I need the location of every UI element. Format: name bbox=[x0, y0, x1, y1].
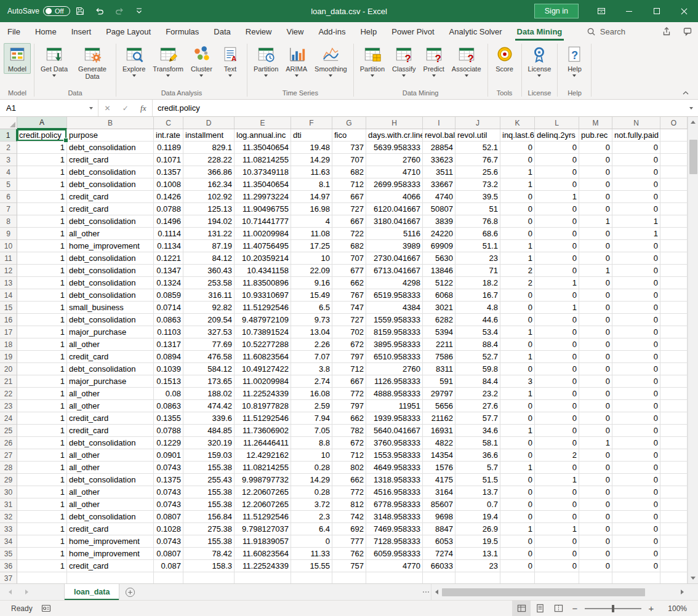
cell-o20[interactable] bbox=[660, 363, 688, 375]
cell-b13[interactable]: debt_consolidation bbox=[67, 277, 154, 289]
row-header-35[interactable]: 35 bbox=[0, 548, 17, 560]
cell-a31[interactable]: 1 bbox=[17, 498, 67, 511]
cell-g32[interactable]: 742 bbox=[332, 511, 366, 523]
cell-e8[interactable]: 10.71441777 bbox=[235, 215, 291, 228]
autosave-toggle[interactable]: AutoSave Off bbox=[7, 6, 70, 16]
cell-c36[interactable]: 0.087 bbox=[154, 560, 183, 572]
cell-a32[interactable]: 1 bbox=[17, 511, 67, 523]
cell-c1[interactable]: int.rate bbox=[154, 129, 183, 142]
cell-c5[interactable]: 0.1008 bbox=[154, 178, 183, 191]
cell-g2[interactable]: 737 bbox=[332, 142, 366, 154]
cell-d15[interactable]: 92.82 bbox=[183, 302, 235, 314]
cell-k36[interactable]: 0 bbox=[500, 560, 535, 572]
cell-k32[interactable]: 0 bbox=[500, 511, 535, 523]
cell-f21[interactable]: 2.74 bbox=[291, 375, 332, 388]
cell-c34[interactable]: 0.0743 bbox=[154, 535, 183, 548]
cell-l33[interactable]: 1 bbox=[535, 523, 579, 535]
cell-k15[interactable]: 0 bbox=[500, 302, 535, 314]
cell-g8[interactable]: 667 bbox=[332, 215, 366, 228]
cell-o31[interactable] bbox=[660, 498, 688, 511]
row-header-10[interactable]: 10 bbox=[0, 240, 17, 252]
cell-i2[interactable]: 28854 bbox=[423, 142, 455, 154]
cell-e2[interactable]: 11.35040654 bbox=[235, 142, 291, 154]
cell-k9[interactable]: 0 bbox=[500, 228, 535, 240]
cell-i26[interactable]: 4822 bbox=[423, 437, 455, 449]
cell-i21[interactable]: 591 bbox=[423, 375, 455, 388]
cell-n3[interactable]: 0 bbox=[612, 154, 660, 166]
cell-c14[interactable]: 0.0859 bbox=[154, 289, 183, 302]
cell-k26[interactable]: 0 bbox=[500, 437, 535, 449]
cell-a13[interactable]: 1 bbox=[17, 277, 67, 289]
cell-j4[interactable]: 25.6 bbox=[455, 166, 500, 178]
ribbon-button-associate[interactable]: ?Associate bbox=[449, 43, 484, 78]
cell-c6[interactable]: 0.1426 bbox=[154, 191, 183, 203]
cell-e24[interactable]: 11.51292546 bbox=[235, 412, 291, 425]
cell-a25[interactable]: 1 bbox=[17, 425, 67, 437]
cell-d17[interactable]: 327.53 bbox=[183, 326, 235, 338]
cell-m23[interactable]: 0 bbox=[579, 400, 612, 412]
cell-h25[interactable]: 5640.041667 bbox=[366, 425, 423, 437]
cell-e37[interactable] bbox=[235, 572, 291, 583]
row-header-25[interactable]: 25 bbox=[0, 425, 17, 437]
cell-e12[interactable]: 10.4341158 bbox=[235, 265, 291, 277]
cell-g19[interactable]: 797 bbox=[332, 351, 366, 363]
cell-h6[interactable]: 4066 bbox=[366, 191, 423, 203]
cell-n32[interactable]: 0 bbox=[612, 511, 660, 523]
cell-f6[interactable]: 14.97 bbox=[291, 191, 332, 203]
cell-c26[interactable]: 0.1229 bbox=[154, 437, 183, 449]
cell-f17[interactable]: 13.04 bbox=[291, 326, 332, 338]
cell-o25[interactable] bbox=[660, 425, 688, 437]
cell-i12[interactable]: 13846 bbox=[423, 265, 455, 277]
cell-m10[interactable]: 0 bbox=[579, 240, 612, 252]
cell-m25[interactable]: 0 bbox=[579, 425, 612, 437]
cell-l26[interactable]: 0 bbox=[535, 437, 579, 449]
cell-e26[interactable]: 11.26446411 bbox=[235, 437, 291, 449]
cell-k27[interactable]: 0 bbox=[500, 449, 535, 462]
cell-l17[interactable]: 0 bbox=[535, 326, 579, 338]
column-header-e[interactable]: E bbox=[235, 117, 291, 129]
cell-n13[interactable]: 0 bbox=[612, 277, 660, 289]
cell-e30[interactable]: 12.20607265 bbox=[235, 486, 291, 498]
cell-a34[interactable]: 1 bbox=[17, 535, 67, 548]
cell-o18[interactable] bbox=[660, 338, 688, 351]
cell-h28[interactable]: 4649.958333 bbox=[366, 462, 423, 474]
cell-g22[interactable]: 772 bbox=[332, 388, 366, 400]
menu-tab-data[interactable]: Data bbox=[206, 22, 238, 41]
cell-m35[interactable]: 0 bbox=[579, 548, 612, 560]
cell-h4[interactable]: 4710 bbox=[366, 166, 423, 178]
cell-g30[interactable]: 772 bbox=[332, 486, 366, 498]
cell-l12[interactable]: 0 bbox=[535, 265, 579, 277]
cell-i19[interactable]: 7586 bbox=[423, 351, 455, 363]
cell-k17[interactable]: 1 bbox=[500, 326, 535, 338]
cell-o34[interactable] bbox=[660, 535, 688, 548]
cell-c27[interactable]: 0.0901 bbox=[154, 449, 183, 462]
cell-b22[interactable]: all_other bbox=[67, 388, 154, 400]
collapse-ribbon-button[interactable] bbox=[680, 88, 692, 97]
ribbon-button-classify[interactable]: ?Classify bbox=[389, 43, 419, 78]
cell-m15[interactable]: 0 bbox=[579, 302, 612, 314]
cell-h5[interactable]: 2699.958333 bbox=[366, 178, 423, 191]
cell-k14[interactable]: 0 bbox=[500, 289, 535, 302]
name-box[interactable]: A1 bbox=[0, 100, 98, 116]
zoom-slider-thumb[interactable] bbox=[612, 605, 614, 612]
cell-e20[interactable]: 10.49127422 bbox=[235, 363, 291, 375]
cell-a19[interactable]: 1 bbox=[17, 351, 67, 363]
cell-h23[interactable]: 11951 bbox=[366, 400, 423, 412]
search-box[interactable]: Search bbox=[580, 22, 632, 41]
row-header-27[interactable]: 27 bbox=[0, 449, 17, 462]
cell-l27[interactable]: 2 bbox=[535, 449, 579, 462]
cell-a33[interactable]: 1 bbox=[17, 523, 67, 535]
cell-i29[interactable]: 4175 bbox=[423, 474, 455, 486]
cell-h29[interactable]: 1318.958333 bbox=[366, 474, 423, 486]
cell-h31[interactable]: 6778.958333 bbox=[366, 498, 423, 511]
scroll-down-button[interactable] bbox=[688, 573, 698, 583]
cell-g21[interactable]: 667 bbox=[332, 375, 366, 388]
cell-j5[interactable]: 73.2 bbox=[455, 178, 500, 191]
next-sheet-button[interactable] bbox=[25, 590, 28, 594]
cell-g16[interactable]: 727 bbox=[332, 314, 366, 326]
cell-i14[interactable]: 6068 bbox=[423, 289, 455, 302]
cell-b5[interactable]: debt_consolidation bbox=[67, 178, 154, 191]
cell-i16[interactable]: 6282 bbox=[423, 314, 455, 326]
cell-n28[interactable]: 0 bbox=[612, 462, 660, 474]
cell-o8[interactable] bbox=[660, 215, 688, 228]
